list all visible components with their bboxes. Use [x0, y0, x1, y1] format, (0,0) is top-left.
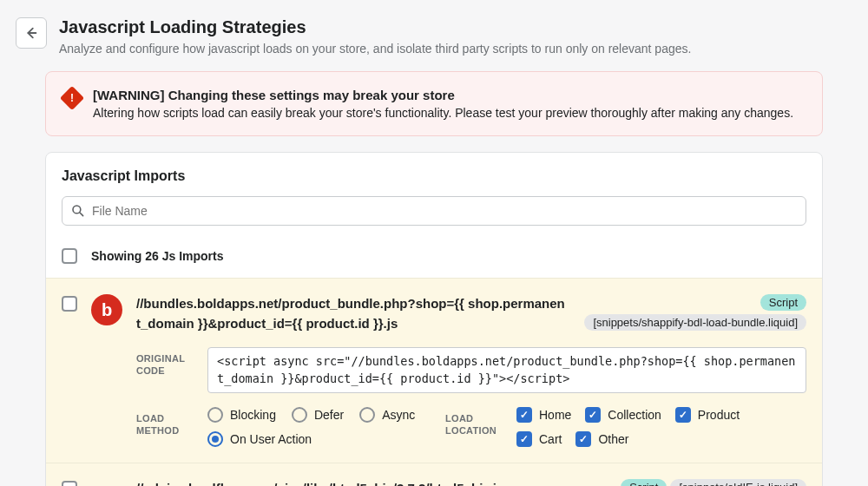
app-logo-bold: b — [91, 294, 122, 325]
loc-cart-label: Cart — [539, 432, 562, 446]
loc-product-label: Product — [698, 408, 740, 422]
warning-body: Altering how scripts load can easily bre… — [93, 106, 793, 120]
method-async-label: Async — [382, 408, 415, 422]
method-blocking-label: Blocking — [230, 408, 276, 422]
method-defer-label: Defer — [314, 408, 344, 422]
imports-section-title: Javascript Imports — [62, 168, 806, 184]
page-subtitle: Analyze and configure how javascript loa… — [59, 42, 691, 56]
type-badge: Script — [760, 294, 806, 311]
path-badge: [snippets/shappify-bdl-load-bundle.liqui… — [584, 314, 806, 331]
loc-cart[interactable]: Cart — [516, 431, 562, 447]
loc-product[interactable]: Product — [675, 407, 740, 423]
loc-home[interactable]: Home — [516, 407, 571, 423]
load-location-label: LOAD LOCATION — [445, 407, 504, 447]
import-row: //cdnjs.cloudflare.com/ajax/libs/html5sh… — [46, 463, 822, 486]
load-method-label: LOAD METHOD — [136, 407, 195, 447]
method-defer[interactable]: Defer — [292, 407, 344, 423]
showing-count: Showing 26 Js Imports — [91, 249, 223, 263]
original-code-box[interactable]: <script async src="//bundles.boldapps.ne… — [207, 347, 806, 393]
search-input[interactable] — [92, 204, 797, 218]
arrow-left-icon — [23, 25, 39, 41]
loc-collection[interactable]: Collection — [585, 407, 661, 423]
warning-banner: ! [WARNING] Changing these settings may … — [45, 71, 823, 136]
search-icon — [71, 204, 85, 218]
row-checkbox[interactable] — [62, 481, 77, 486]
app-logo-cloudflare — [91, 479, 122, 486]
import-url: //cdnjs.cloudflare.com/ajax/libs/html5sh… — [136, 479, 603, 486]
import-url: //bundles.boldapps.net/product_bundle.ph… — [136, 294, 567, 333]
loc-home-label: Home — [539, 408, 571, 422]
page-title: Javascript Loading Strategies — [59, 16, 691, 38]
svg-line-2 — [80, 213, 83, 216]
loc-other[interactable]: Other — [575, 431, 628, 447]
select-all-checkbox[interactable] — [62, 248, 77, 264]
original-code-label: ORIGINAL CODE — [136, 347, 195, 378]
type-badge: Script — [621, 479, 667, 486]
path-badge: [snippets/oldIE-js.liquid] — [670, 479, 806, 486]
row-checkbox[interactable] — [62, 296, 77, 312]
method-user-action[interactable]: On User Action — [207, 431, 312, 447]
method-user-action-label: On User Action — [230, 432, 312, 446]
method-async[interactable]: Async — [359, 407, 415, 423]
method-blocking[interactable]: Blocking — [207, 407, 276, 423]
back-button[interactable] — [16, 17, 47, 49]
warning-icon: ! — [60, 86, 84, 110]
imports-card: Javascript Imports Showing 26 Js Imports… — [45, 152, 823, 486]
warning-title: [WARNING] Changing these settings may br… — [93, 88, 793, 102]
loc-other-label: Other — [598, 432, 628, 446]
import-row: b //bundles.boldapps.net/product_bundle.… — [46, 278, 822, 463]
loc-collection-label: Collection — [608, 408, 661, 422]
search-input-wrap[interactable] — [62, 196, 806, 226]
